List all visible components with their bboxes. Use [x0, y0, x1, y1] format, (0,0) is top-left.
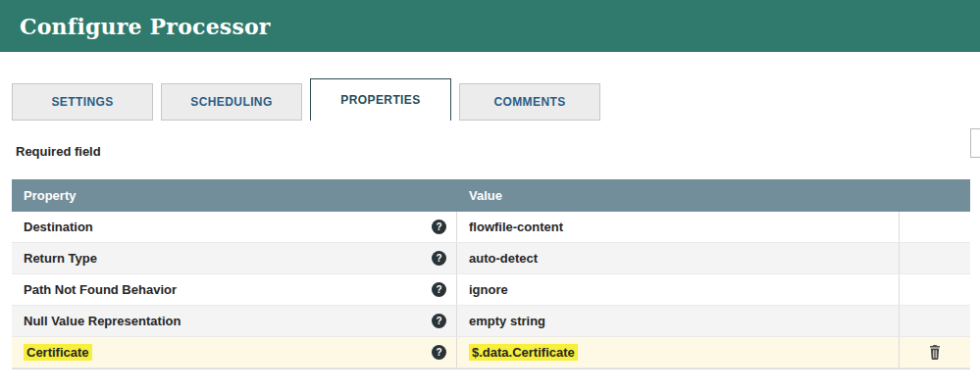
value-cell[interactable]: $.data.Certificate: [457, 337, 900, 368]
question-circle-icon[interactable]: ?: [432, 345, 446, 360]
delete-property-button[interactable]: [928, 345, 942, 360]
property-name: Path Not Found Behavior: [24, 282, 177, 297]
table-row: Return Type ? auto-detect: [12, 243, 970, 274]
required-field-label: Required field: [16, 144, 101, 159]
value-cell[interactable]: auto-detect: [457, 243, 900, 273]
property-cell: Null Value Representation ?: [12, 306, 457, 336]
tab-strip: SETTINGS SCHEDULING PROPERTIES COMMENTS: [12, 78, 608, 121]
column-header-value: Value: [457, 188, 900, 203]
tab-scheduling[interactable]: SCHEDULING: [161, 83, 302, 121]
property-cell: Certificate ?: [12, 337, 457, 368]
value-cell[interactable]: ignore: [457, 274, 900, 305]
question-circle-icon[interactable]: ?: [432, 220, 446, 234]
table-row: Null Value Representation ? empty string: [12, 306, 970, 337]
trash-icon: [928, 345, 942, 360]
property-cell: Path Not Found Behavior ?: [12, 274, 457, 305]
actions-cell: [900, 306, 970, 336]
tab-properties-label: PROPERTIES: [340, 93, 420, 107]
property-name: Return Type: [24, 251, 97, 266]
property-name: Null Value Representation: [24, 314, 181, 328]
actions-cell: [900, 274, 970, 305]
property-name: Certificate: [24, 344, 92, 361]
column-header-property: Property: [12, 188, 457, 203]
value-cell[interactable]: empty string: [457, 306, 900, 336]
table-row: Certificate ? $.data.Certificate: [12, 337, 970, 368]
add-property-button[interactable]: [970, 128, 980, 158]
property-value: flowfile-content: [469, 220, 563, 234]
question-circle-icon[interactable]: ?: [432, 282, 446, 297]
actions-cell: [900, 337, 970, 368]
tab-settings[interactable]: SETTINGS: [12, 83, 153, 121]
actions-cell: [900, 212, 970, 242]
tab-scheduling-label: SCHEDULING: [190, 95, 272, 109]
question-circle-icon[interactable]: ?: [432, 314, 446, 328]
dialog-header: Configure Processor: [0, 0, 980, 52]
value-cell[interactable]: flowfile-content: [457, 212, 900, 242]
tab-properties[interactable]: PROPERTIES: [310, 78, 451, 121]
table-header-row: Property Value: [12, 179, 970, 212]
property-name: Destination: [24, 220, 93, 234]
table-row: Path Not Found Behavior ? ignore: [12, 274, 970, 306]
table-row: Destination ? flowfile-content: [12, 212, 970, 243]
property-value: auto-detect: [469, 251, 538, 266]
tab-comments-label: COMMENTS: [493, 95, 565, 109]
dialog-title: Configure Processor: [20, 14, 271, 39]
properties-table: Property Value Destination ? flowfile-co…: [12, 179, 970, 369]
question-circle-icon[interactable]: ?: [432, 251, 446, 266]
actions-cell: [900, 243, 970, 273]
property-value: empty string: [469, 314, 545, 328]
property-cell: Return Type ?: [12, 243, 457, 273]
property-value: $.data.Certificate: [469, 344, 578, 361]
tab-settings-label: SETTINGS: [51, 95, 113, 109]
property-cell: Destination ?: [12, 212, 457, 242]
tab-comments[interactable]: COMMENTS: [459, 83, 600, 121]
property-value: ignore: [469, 282, 508, 297]
